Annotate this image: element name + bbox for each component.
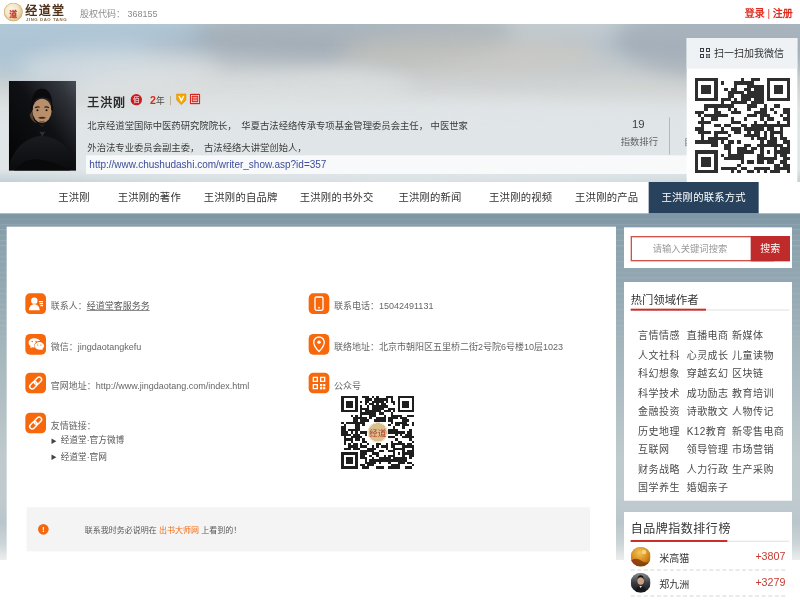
- svg-text:经道: 经道: [369, 428, 386, 438]
